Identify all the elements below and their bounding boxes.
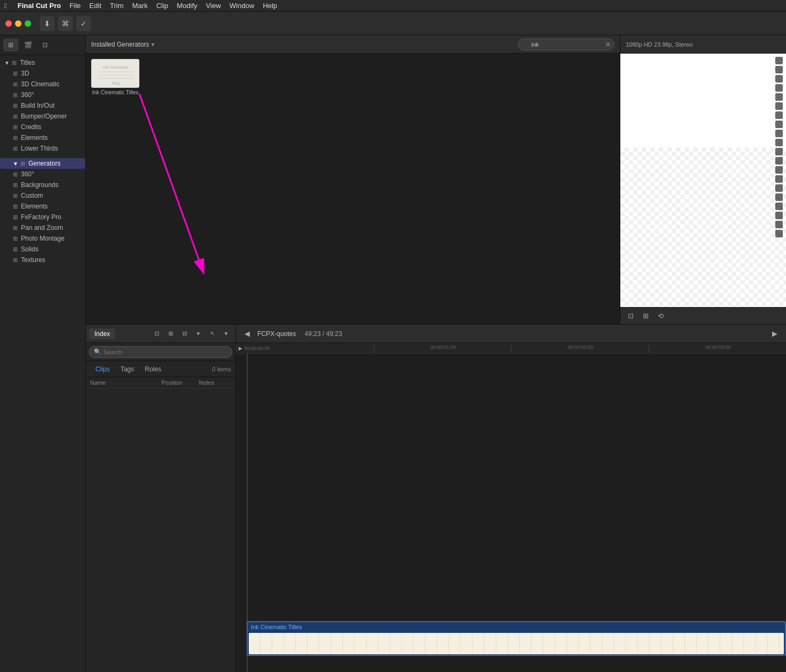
close-button[interactable] — [5, 20, 12, 27]
preview-checkbox-16[interactable] — [775, 193, 783, 201]
menu-clip[interactable]: Clip — [156, 2, 168, 10]
sidebar-item-gen-360[interactable]: ⊞ 360° — [0, 169, 85, 180]
preview-checkbox-15[interactable] — [775, 184, 783, 192]
sidebar-item-credits[interactable]: ⊞ Credits — [0, 122, 85, 132]
preview-checkbox-5[interactable] — [775, 93, 783, 101]
thumbnail-ink-cinematic[interactable]: Ink Cinematic Titles Ink Cinematic Title… — [91, 59, 139, 95]
preview-checkbox-11[interactable] — [775, 148, 783, 155]
preview-checkbox-19[interactable] — [775, 221, 783, 228]
sidebar-item-360[interactable]: ⊞ 360° — [0, 89, 85, 100]
sidebar-item-lower-thirds[interactable]: ⊞ Lower Thirds — [0, 143, 85, 154]
sidebar-item-3d[interactable]: ⊞ 3D — [0, 68, 85, 79]
minimize-button[interactable] — [15, 20, 21, 27]
clip-tab-clips[interactable]: Clips — [90, 364, 115, 375]
preview-checkbox-8[interactable] — [775, 121, 783, 128]
index-cursor-drop-btn[interactable]: ▾ — [220, 328, 232, 340]
generators-group-header[interactable]: ▼ ⊞ Generators — [0, 158, 85, 169]
maximize-button[interactable] — [25, 20, 31, 27]
preview-checkbox-10[interactable] — [775, 139, 783, 146]
timeline-track: Ink Cinematic Titles — [236, 621, 786, 656]
timeline-next-btn[interactable]: ▶ — [769, 328, 781, 340]
index-cursor-btn[interactable]: ↖ — [206, 328, 218, 340]
timeline-project-name: FCPX-quotes — [257, 330, 296, 338]
menu-edit[interactable]: Edit — [90, 2, 101, 10]
preview-checkbox-20[interactable] — [775, 230, 783, 237]
preview-checkbox-17[interactable] — [775, 203, 783, 210]
index-view-options-btn[interactable]: ▾ — [192, 328, 204, 340]
import-button[interactable]: ⬇ — [40, 16, 55, 31]
track-clip-ink-cinematic[interactable]: Ink Cinematic Titles — [247, 621, 786, 656]
preview-checkbox-9[interactable] — [775, 130, 783, 137]
index-grid-btn[interactable]: ⊞ — [165, 328, 176, 340]
preview-checkbox-2[interactable] — [775, 66, 783, 73]
item-icon: ⊞ — [13, 257, 18, 264]
preview-controls: ⊡ ⊞ ⟲ — [620, 307, 786, 324]
search-input[interactable] — [518, 39, 614, 50]
menu-file[interactable]: File — [70, 2, 81, 10]
share-button[interactable]: ⌘ — [58, 16, 73, 31]
clip-tab-tags[interactable]: Tags — [115, 364, 139, 375]
menu-window[interactable]: Window — [229, 2, 254, 10]
col-position-header: Position — [161, 379, 199, 386]
timeline-content[interactable]: Ink Cinematic Titles — [236, 354, 786, 672]
timeline-nav-right: ▶ — [769, 328, 781, 340]
sidebar-item-solids[interactable]: ⊞ Solids — [0, 244, 85, 255]
sidebar-item-custom[interactable]: ⊞ Custom — [0, 190, 85, 201]
item-icon: ⊞ — [13, 246, 18, 253]
ruler-mark-3: 00:00:03:00 — [649, 345, 787, 352]
col-name-header: Name — [90, 379, 161, 386]
sidebar-item-gen-elements[interactable]: ⊞ Elements — [0, 201, 85, 212]
preview-zoom-button[interactable]: ⊞ — [640, 310, 651, 322]
timeline-prev-btn[interactable]: ◀ — [241, 328, 253, 340]
sidebar-tab-libraries[interactable]: ⊞ — [3, 39, 18, 51]
preview-checkbox-18[interactable] — [775, 212, 783, 219]
thumbnail-pattern: Ink Cinematic Titles — [92, 59, 139, 87]
menu-mark[interactable]: Mark — [132, 2, 148, 10]
preview-checkbox-14[interactable] — [775, 175, 783, 183]
menu-view[interactable]: View — [206, 2, 221, 10]
sidebar-item-build-in-out[interactable]: ⊞ Build In/Out — [0, 100, 85, 111]
sidebar-item-photo-montage[interactable]: ⊞ Photo Montage — [0, 233, 85, 244]
thumbnail-svg: Ink Cinematic Titles — [92, 59, 139, 88]
preview-top — [620, 54, 786, 147]
titles-section-icon: ⊞ — [12, 59, 17, 66]
preview-checkbox-3[interactable] — [775, 75, 783, 83]
preview-checkbox-4[interactable] — [775, 84, 783, 92]
preview-checkbox-1[interactable] — [775, 57, 783, 64]
search-clear-button[interactable]: ✕ — [605, 40, 611, 49]
index-tab[interactable]: Index — [89, 328, 115, 339]
titles-group-header[interactable]: ▼ ⊞ Titles — [0, 57, 85, 68]
item-icon: ⊞ — [13, 235, 18, 242]
apple-logo-icon[interactable]:  — [4, 2, 7, 10]
clip-tab-roles[interactable]: Roles — [139, 364, 167, 375]
sidebar-item-pan-and-zoom[interactable]: ⊞ Pan and Zoom — [0, 222, 85, 233]
browser-title: Installed Generators ▾ — [91, 41, 154, 48]
menu-help[interactable]: Help — [263, 2, 277, 10]
index-columns: Name Position Notes — [86, 377, 235, 389]
sidebar-item-3d-cinematic[interactable]: ⊞ 3D Cinematic — [0, 79, 85, 89]
menu-modify[interactable]: Modify — [177, 2, 197, 10]
preview-compare-button[interactable]: ⟲ — [655, 310, 666, 322]
sidebar-item-backgrounds[interactable]: ⊞ Backgrounds — [0, 180, 85, 190]
menu-trim[interactable]: Trim — [110, 2, 124, 10]
preview-checkbox-12[interactable] — [775, 157, 783, 165]
preview-checkbox-6[interactable] — [775, 102, 783, 110]
sidebar-tab-photos[interactable]: 🎬 — [20, 39, 35, 51]
sidebar-item-bumper-opener[interactable]: ⊞ Bumper/Opener — [0, 111, 85, 122]
toolbar: ⬇ ⌘ ✓ — [0, 12, 786, 35]
index-split-btn[interactable]: ⊟ — [179, 328, 190, 340]
background-tasks-button[interactable]: ✓ — [76, 16, 91, 31]
track-clip-body — [249, 633, 784, 654]
preview-checkbox-7[interactable] — [775, 111, 783, 119]
index-list-btn[interactable]: ⊡ — [151, 328, 162, 340]
preview-checkbox-13[interactable] — [775, 166, 783, 174]
titles-label: Titles — [20, 59, 35, 66]
index-search-input[interactable] — [103, 349, 227, 355]
item-icon: ⊞ — [13, 81, 18, 88]
sidebar-item-elements[interactable]: ⊞ Elements — [0, 132, 85, 143]
sidebar-item-fxfactory-pro[interactable]: ⊞ FxFactory Pro — [0, 212, 85, 222]
preview-fit-button[interactable]: ⊡ — [625, 310, 636, 322]
sidebar-item-textures[interactable]: ⊞ Textures — [0, 255, 85, 265]
dropdown-arrow-icon[interactable]: ▾ — [151, 41, 154, 48]
sidebar-tab-generators[interactable]: ⊡ — [38, 39, 53, 51]
